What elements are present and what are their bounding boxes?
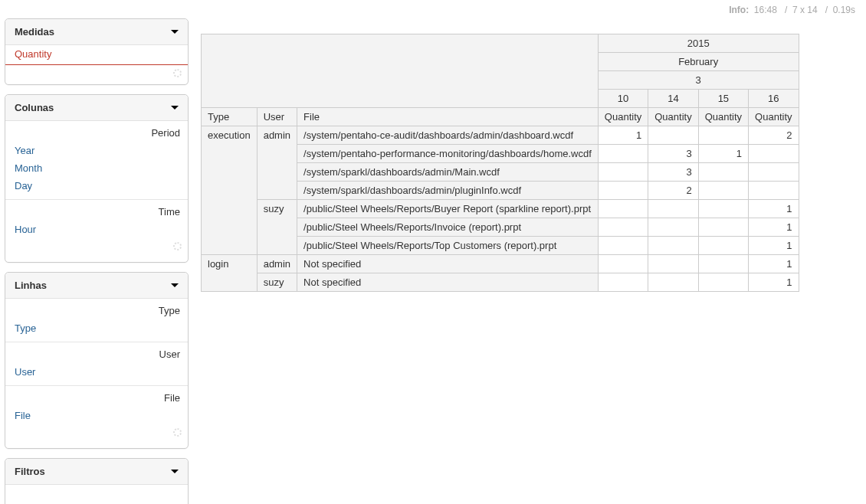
cell-file[interactable]: /public/Steel Wheels/Reports/Buyer Repor… [297, 200, 599, 218]
panel-filtros-header[interactable]: Filtros [5, 459, 188, 485]
cell-value [749, 145, 799, 163]
dim-user[interactable]: User [5, 363, 188, 381]
info-bar: Info: 16:48 / 7 x 14 / 0.19s [5, 5, 861, 18]
info-time: 16:48 [754, 5, 777, 15]
cell-value [648, 255, 698, 273]
cell-file[interactable]: /public/Steel Wheels/Reports/Invoice (re… [297, 218, 599, 237]
table-row: loginadminNot specified1 [202, 255, 799, 273]
cell-file[interactable]: /system/sparkl/dashboards/admin/pluginIn… [297, 182, 599, 200]
gear-icon[interactable] [173, 69, 182, 77]
cell-value [598, 218, 648, 237]
col-month[interactable]: February [598, 53, 799, 71]
cell-user[interactable]: admin [257, 126, 297, 200]
cell-file[interactable]: /system/sparkl/dashboards/admin/Main.wcd… [297, 163, 599, 182]
cell-user[interactable]: admin [257, 255, 297, 273]
col-year[interactable]: 2015 [598, 34, 799, 53]
table-row: suzyNot specified1 [202, 273, 799, 292]
cell-value: 1 [598, 126, 648, 145]
group-label-time: Time [5, 201, 188, 221]
panel-linhas: Linhas Type Type User User File File [5, 272, 189, 449]
pivot-corner [202, 34, 599, 108]
pivot-table: 2015February310141516TypeUserFileQuantit… [201, 34, 799, 292]
panel-linhas-header[interactable]: Linhas [5, 273, 188, 299]
cell-value [598, 182, 648, 200]
cell-user[interactable]: suzy [257, 200, 297, 255]
dim-day[interactable]: Day [5, 177, 188, 195]
cell-value: 3 [648, 163, 698, 182]
dim-file[interactable]: File [5, 407, 188, 424]
cell-file[interactable]: Not specified [297, 255, 599, 273]
main-content: 2015February310141516TypeUserFileQuantit… [198, 18, 861, 504]
table-row: suzy/public/Steel Wheels/Reports/Buyer R… [202, 200, 799, 218]
cell-value [749, 163, 799, 182]
panel-linhas-title: Linhas [15, 280, 47, 291]
cell-value [648, 273, 698, 292]
group-label-file: File [5, 388, 188, 407]
dim-hour[interactable]: Hour [5, 221, 188, 238]
col-hour[interactable]: 10 [598, 90, 648, 108]
cell-file[interactable]: Not specified [297, 273, 599, 292]
row-header-label[interactable]: Type [202, 108, 258, 126]
caret-down-icon [171, 30, 179, 34]
panel-medidas-title: Medidas [15, 26, 54, 38]
col-hour[interactable]: 14 [648, 90, 698, 108]
cell-value [598, 145, 648, 163]
caret-down-icon [171, 283, 179, 287]
cell-file[interactable]: /system/pentaho-ce-audit/dashboards/admi… [297, 126, 599, 145]
col-day[interactable]: 3 [598, 71, 799, 90]
cell-value [648, 126, 698, 145]
dim-type[interactable]: Type [5, 319, 188, 337]
cell-value [598, 237, 648, 255]
cell-value [698, 218, 748, 237]
col-hour[interactable]: 15 [698, 90, 748, 108]
cell-type[interactable]: login [202, 255, 258, 292]
measure-header: Quantity [648, 108, 698, 126]
cell-user[interactable]: suzy [257, 273, 297, 292]
cell-value [698, 200, 748, 218]
gear-icon[interactable] [173, 428, 182, 437]
group-label-period: Period [5, 123, 188, 142]
cell-value [598, 200, 648, 218]
cell-value [648, 200, 698, 218]
row-header-label[interactable]: File [297, 108, 599, 126]
cell-value [749, 182, 799, 200]
panel-filtros-title: Filtros [15, 466, 45, 477]
cell-value: 1 [749, 237, 799, 255]
cell-value [698, 163, 748, 182]
group-label-user: User [5, 344, 188, 363]
gear-icon[interactable] [173, 242, 182, 250]
group-label-type: Type [5, 300, 188, 319]
cell-value [648, 237, 698, 255]
table-row: executionadmin/system/pentaho-ce-audit/d… [202, 126, 799, 145]
cell-value: 3 [648, 145, 698, 163]
panel-filtros: Filtros [5, 458, 189, 504]
cell-type[interactable]: execution [202, 126, 258, 255]
info-label: Info: [729, 5, 749, 15]
measure-quantity[interactable]: Quantity [5, 45, 188, 65]
panel-colunas-title: Colunas [15, 102, 54, 113]
measure-header: Quantity [598, 108, 648, 126]
dim-month[interactable]: Month [5, 159, 188, 177]
cell-value: 1 [749, 273, 799, 292]
measure-header: Quantity [749, 108, 799, 126]
row-header-label[interactable]: User [257, 108, 297, 126]
cell-value [598, 163, 648, 182]
cell-value [698, 182, 748, 200]
cell-value [698, 126, 748, 145]
cell-value: 1 [698, 145, 748, 163]
col-hour[interactable]: 16 [749, 90, 799, 108]
panel-medidas-header[interactable]: Medidas [5, 19, 188, 45]
panel-colunas-header[interactable]: Colunas [5, 95, 188, 121]
cell-value: 2 [648, 182, 698, 200]
cell-value [698, 273, 748, 292]
cell-file[interactable]: /system/pentaho-performance-monitoring/d… [297, 145, 599, 163]
dim-year[interactable]: Year [5, 142, 188, 159]
cell-value [698, 255, 748, 273]
cell-value [698, 237, 748, 255]
sidebar: Medidas Quantity Colunas Period Year Mon… [5, 18, 189, 504]
cell-value: 1 [749, 218, 799, 237]
cell-file[interactable]: /public/Steel Wheels/Reports/Top Custome… [297, 237, 599, 255]
info-dims: 7 x 14 [792, 5, 818, 15]
cell-value [598, 273, 648, 292]
measure-header: Quantity [698, 108, 748, 126]
